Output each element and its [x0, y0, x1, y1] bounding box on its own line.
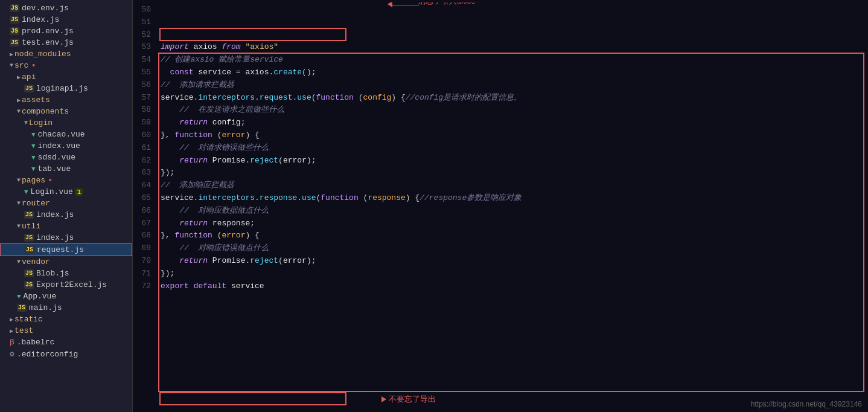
js-icon: JS — [24, 281, 34, 289]
babel-icon: β — [10, 338, 14, 347]
sidebar-item-index-root[interactable]: JS index.js — [0, 14, 132, 25]
code-line-69: // 对响应错误做点什么 — [158, 242, 868, 255]
file-tree: JS dev.env.js JS index.js JS prod.env.js… — [0, 0, 133, 412]
code-line-67: return response; — [158, 217, 868, 230]
sidebar-item-label: .babelrc — [17, 338, 54, 347]
js-icon: JS — [10, 39, 19, 47]
sidebar-item-router-index[interactable]: JS index.js — [0, 209, 132, 220]
modified-badge: • — [31, 62, 36, 70]
chevron-right-icon: ▶ — [10, 51, 13, 58]
code-line-61: // 对请求错误做些什么 — [158, 142, 868, 155]
sidebar-item-components[interactable]: ▼ components — [0, 106, 132, 117]
sidebar-item-main-js[interactable]: JS main.js — [0, 302, 132, 314]
chevron-down-icon: ▼ — [17, 200, 21, 207]
sidebar-item-vendor[interactable]: ▼ vendor — [0, 256, 132, 268]
sidebar-item-app-vue[interactable]: ▼ App.vue — [0, 291, 132, 302]
sidebar-item-prod-env[interactable]: JS prod.env.js — [0, 25, 132, 37]
js-icon: JS — [17, 304, 27, 312]
sidebar-item-chacao-vue[interactable]: ▼ chacao.vue — [0, 129, 132, 140]
sidebar-item-label: static — [14, 315, 43, 324]
code-line-51 — [158, 16, 868, 29]
sidebar-item-label: components — [22, 107, 69, 116]
sidebar-item-static[interactable]: ▶ static — [0, 314, 132, 325]
sidebar-item-label: Login.vue — [31, 187, 73, 196]
code-line-57: service.interceptors.request.use(functio… — [158, 92, 868, 105]
chevron-down-icon: ▼ — [17, 108, 21, 115]
code-line-70: return Promise.reject(error); — [158, 255, 868, 268]
sidebar-item-node-modules[interactable]: ▶ node_modules — [0, 48, 132, 60]
sidebar-item-label: node_modules — [14, 50, 71, 59]
sidebar-item-label: request.js — [37, 245, 84, 254]
code-content[interactable]: import axios from "axios" // 创建axsio 赋给常… — [158, 2, 868, 410]
chevron-right-icon: ▶ — [17, 74, 21, 81]
export-arrow-icon — [381, 396, 386, 402]
sidebar-item-label: index.js — [22, 15, 59, 24]
sidebar-item-label: assets — [22, 95, 50, 105]
code-line-64: // 添加响应拦截器 — [158, 179, 868, 192]
changes-badge: 1 — [75, 188, 83, 196]
sidebar-item-utli-index[interactable]: JS index.js — [0, 232, 132, 243]
sidebar-item-loginapi[interactable]: JS loginapi.js — [0, 83, 132, 94]
js-icon: JS — [24, 85, 34, 92]
sidebar-item-label: Login — [29, 118, 53, 127]
sidebar-item-label: prod.env.js — [22, 27, 74, 36]
code-line-53: import axios from "axios" — [158, 41, 868, 54]
sidebar-item-babelrc[interactable]: β .babelrc — [0, 336, 132, 348]
sidebar-item-dev-env[interactable]: JS dev.env.js — [0, 2, 132, 14]
sidebar-item-src[interactable]: ▼ src • — [0, 60, 132, 71]
sidebar-item-label: dev.env.js — [22, 4, 69, 13]
editor-icon: ⚙ — [10, 349, 14, 359]
code-line-58: // 在发送请求之前做些什么 — [158, 104, 868, 117]
js-icon: JS — [25, 246, 34, 254]
blog-url: https://blog.csdn.net/qq_43923146 — [751, 400, 862, 408]
sidebar-item-test-env[interactable]: JS test.env.js — [0, 37, 132, 48]
sidebar-item-label: index.js — [36, 210, 74, 219]
sidebar-item-label: index.js — [36, 233, 74, 242]
chevron-right-icon: ▶ — [10, 327, 13, 335]
sidebar-item-tab-vue[interactable]: ▼ tab.vue — [0, 163, 132, 175]
js-icon: JS — [24, 269, 34, 277]
js-icon: JS — [10, 4, 19, 12]
sidebar-item-export2excel[interactable]: JS Export2Excel.js — [0, 279, 132, 291]
sidebar-item-label: .editorconfig — [17, 350, 78, 359]
sidebar-item-login-vue[interactable]: ▼ Login.vue 1 — [0, 186, 132, 198]
sidebar-item-label: App.vue — [24, 292, 57, 301]
chevron-down-icon: ▼ — [17, 223, 21, 230]
sidebar-item-login-folder[interactable]: ▼ Login — [0, 117, 132, 129]
sidebar-item-blob-js[interactable]: JS Blob.js — [0, 268, 132, 279]
js-icon: JS — [24, 234, 34, 242]
code-line-56: // 添加请求拦截器 — [158, 79, 868, 92]
vue-icon: ▼ — [31, 143, 36, 150]
sidebar-item-sdsd-vue[interactable]: ▼ sdsd.vue — [0, 152, 132, 163]
sidebar-item-label: test — [14, 326, 33, 335]
code-line-59: return config; — [158, 117, 868, 129]
js-icon: JS — [10, 27, 19, 35]
sidebar-item-label: test.env.js — [22, 38, 74, 47]
sidebar-item-label: index.vue — [38, 141, 80, 150]
sidebar-item-router[interactable]: ▼ router — [0, 198, 132, 209]
code-line-68: }, function (error) { — [158, 230, 868, 242]
sidebar-item-utli[interactable]: ▼ utli — [0, 220, 132, 232]
sidebar-item-label: router — [22, 199, 50, 208]
export-highlight-box — [159, 392, 346, 405]
sidebar-item-label: src — [14, 61, 28, 70]
export-annotation: 不要忘了导出 — [381, 393, 436, 406]
code-line-54: // 创建axsio 赋给常量service — [158, 54, 868, 66]
sidebar-item-label: Blob.js — [36, 269, 69, 278]
sidebar-item-assets[interactable]: ▶ assets — [0, 94, 132, 106]
code-editor: 50 51 52 53 54 55 56 57 58 59 60 61 62 6… — [133, 0, 868, 412]
sidebar-item-index-vue[interactable]: ▼ index.vue — [0, 140, 132, 152]
sidebar-item-editorconfig[interactable]: ⚙ .editorconfig — [0, 348, 132, 360]
sidebar-item-label: vendor — [22, 257, 50, 266]
sidebar-item-label: main.js — [29, 303, 62, 312]
vue-icon: ▼ — [24, 188, 28, 196]
sidebar-item-request-js[interactable]: JS request.js — [0, 243, 132, 256]
code-line-60: }, function (error) { — [158, 129, 868, 142]
code-line-52 — [158, 29, 868, 42]
sidebar-item-api[interactable]: ▶ api — [0, 71, 132, 83]
chevron-down-icon: ▼ — [24, 120, 28, 126]
sidebar-item-pages[interactable]: ▼ pages • — [0, 175, 132, 186]
sidebar-item-test[interactable]: ▶ test — [0, 325, 132, 336]
code-line-62: return Promise.reject(error); — [158, 155, 868, 167]
chevron-down-icon: ▼ — [17, 177, 21, 184]
